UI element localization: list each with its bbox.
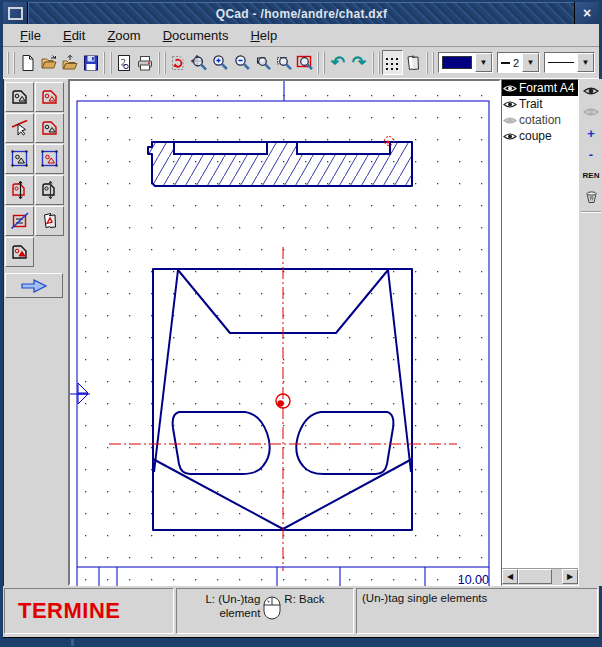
tag-layer-icon [40,211,60,231]
left-button-hint: L: (Un-)tag [205,592,260,606]
selection-toolbar [3,79,68,586]
layer-row-trait[interactable]: Trait [502,96,578,112]
color-dropdown-arrow[interactable]: ▼ [475,53,492,72]
line-type-combobox[interactable]: ▼ [544,52,595,73]
untag-intersected-icon [40,180,60,200]
untag-element-icon [40,87,60,107]
menubar: File Edit Zoom Documents Help [3,24,599,47]
tool-untag-range-button[interactable] [35,144,64,174]
zoom-auto-icon [190,54,208,72]
menu-edit[interactable]: Edit [52,26,96,45]
scroll-thumb[interactable] [518,569,552,584]
zoom-area-button[interactable] [273,50,294,75]
tag-contour-icon [40,118,60,138]
menu-file[interactable]: File [9,26,52,45]
titlebar-drag-area[interactable]: QCad - /home/andre/chat.dxf [28,2,574,24]
window-menu-button[interactable] [3,2,27,24]
width-dropdown-arrow[interactable]: ▼ [522,53,539,72]
redraw-button[interactable] [168,50,189,75]
tool-tag-layer-button[interactable] [35,206,64,236]
menu-documents[interactable]: Documents [152,26,240,45]
save-file-button[interactable] [80,50,101,75]
linetype-dropdown-arrow[interactable]: ▼ [577,53,594,72]
canvas-container: 10.00 [68,79,501,586]
layer-visible-eye-icon [503,83,517,94]
redo-icon: ↷ [352,54,366,71]
toolbar-handle[interactable] [7,52,15,74]
proceed-button[interactable] [5,273,63,298]
status-help-panel: (Un-)tag single elements [356,588,598,634]
grid-toggle-button[interactable] [382,50,403,75]
tool-tag-range-button[interactable] [5,144,34,174]
main-toolbar: ↶ ↷ ▼ 2 ▼ ▼ [3,47,599,79]
tool-untag-all-button[interactable] [5,206,34,236]
titlebar: QCad - /home/andre/chat.dxf × [3,2,599,24]
toolbar-handle[interactable] [317,52,325,74]
tag-range-icon [10,149,30,169]
invert-selection-icon [10,242,30,262]
print-preview-icon [115,54,133,72]
tool-tag-intersected-button[interactable] [5,175,34,205]
scroll-track[interactable] [552,569,562,585]
zoom-out-icon [233,54,251,72]
redo-button[interactable]: ↷ [348,50,369,75]
drawing-canvas[interactable]: 10.00 [70,81,499,592]
layer-toolbar: + - REN [579,79,602,586]
window-title: QCad - /home/andre/chat.dxf [216,7,387,21]
menu-help[interactable]: Help [239,26,288,45]
layer-visible-eye-icon [503,131,517,142]
right-button-hint: R: Back [284,592,324,605]
color-combobox[interactable]: ▼ [438,52,493,73]
show-all-layers-button[interactable] [581,82,601,100]
line-width-combobox[interactable]: 2 ▼ [497,52,540,73]
toolbar-handle[interactable] [158,52,166,74]
zoom-previous-button[interactable] [294,50,315,75]
current-color-swatch [442,56,472,69]
new-file-icon [19,54,37,72]
layer-list: Foramt A4 Trait cotation coupe [502,80,578,568]
delete-layer-button[interactable] [581,187,601,205]
close-file-button[interactable] [59,50,80,75]
status-mode-panel: TERMINE [4,588,174,634]
tool-invert-selection-button[interactable] [5,237,34,267]
line-width-value: 2 [513,57,519,69]
print-button[interactable] [135,50,156,75]
print-preview-button[interactable] [114,50,135,75]
layer-row-coupe[interactable]: coupe [502,128,578,144]
qcad-window: QCad - /home/andre/chat.dxf × File Edit … [0,0,602,647]
scroll-left-button[interactable]: ◀ [502,569,518,584]
tool-tag-contour-button[interactable] [35,113,64,143]
hide-all-layers-button[interactable] [581,103,601,121]
tool-pick-element-button[interactable] [5,113,34,143]
window-close-button[interactable]: × [575,2,599,24]
menu-zoom[interactable]: Zoom [96,26,151,45]
tool-untag-element-button[interactable] [35,82,64,112]
layer-visible-eye-icon [503,99,517,110]
open-file-button[interactable] [38,50,59,75]
save-file-icon [82,54,100,72]
undo-button[interactable]: ↶ [327,50,348,75]
add-layer-button[interactable]: + [581,124,601,142]
tool-untag-intersected-button[interactable] [35,175,64,205]
trash-icon [584,189,599,204]
toolbar-handle[interactable] [372,52,380,74]
zoom-in-button[interactable] [210,50,231,75]
pick-element-icon [10,118,30,138]
new-file-button[interactable] [17,50,38,75]
undo-icon: ↶ [331,54,345,71]
zoom-window-button[interactable] [252,50,273,75]
zoom-auto-button[interactable] [189,50,210,75]
toolbar-handle[interactable] [426,52,434,74]
layer-row-foramt-a4[interactable]: Foramt A4 [502,80,578,96]
layer-browser-button[interactable] [403,50,424,75]
rename-layer-button[interactable]: REN [581,166,601,184]
grid-spacing-label: 10.00 [458,573,489,587]
proceed-arrow-icon [20,278,48,294]
scroll-right-button[interactable]: ▶ [562,569,578,584]
close-file-icon [61,54,79,72]
remove-layer-button[interactable]: - [581,145,601,163]
zoom-out-button[interactable] [231,50,252,75]
layer-row-cotation[interactable]: cotation [502,112,578,128]
width-sample-icon [501,62,510,64]
tool-tag-element-button[interactable] [5,82,34,112]
